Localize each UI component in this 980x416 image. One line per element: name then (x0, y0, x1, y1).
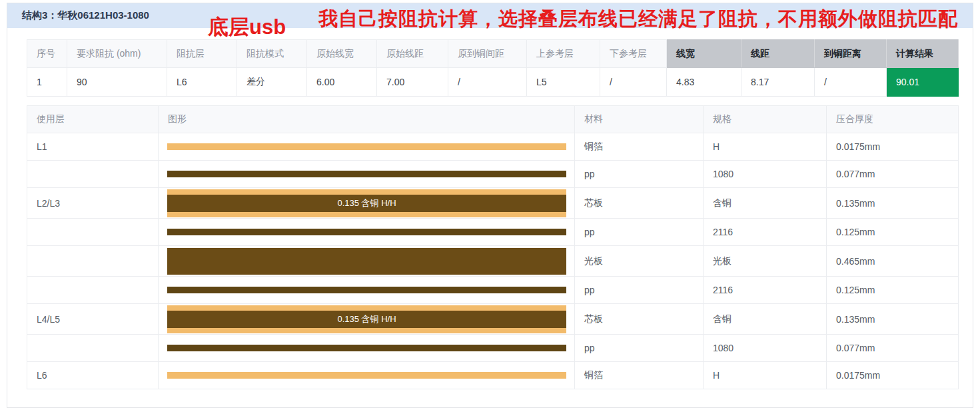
thickness-cell: 0.465mm (827, 246, 959, 277)
layer-name-cell: L1 (27, 133, 159, 161)
col-upper-ref-layer: 上参考层 (527, 40, 600, 68)
col-original-width: 原始线宽 (307, 40, 377, 68)
col-calc-result: 计算结果 (887, 40, 959, 68)
material-cell: pp (575, 219, 704, 246)
thickness-cell: 0.125mm (827, 219, 959, 246)
layer-bar (167, 248, 566, 275)
layer-bar (167, 345, 566, 351)
annotation-impedance-note: 我自己按阻抗计算，选择叠层布线已经满足了阻抗，不用额外做阻抗匹配 (318, 6, 958, 33)
core-body (167, 372, 566, 379)
material-cell: 铜箔 (575, 362, 704, 389)
layer-graphic-cell (159, 246, 575, 277)
core-body (167, 143, 566, 150)
stackup-table: 使用层 图形 材料 规格 压合厚度 L1 铜箔 H 0.0175mm (27, 105, 959, 389)
col-seq: 序号 (27, 40, 67, 68)
col-lower-ref-layer: 下参考层 (600, 40, 667, 68)
core-body (167, 287, 566, 293)
layer-bar (167, 372, 566, 379)
stackup-row: 光板 光板 0.465mm (27, 246, 959, 277)
stackup-header-row: 使用层 图形 材料 规格 压合厚度 (27, 106, 959, 133)
spec-cell: 2116 (704, 277, 827, 304)
material-cell: 铜箔 (575, 133, 704, 161)
original-width-cell: 6.00 (307, 68, 377, 97)
annotation-bottom-usb: 底层usb (208, 13, 286, 41)
thickness-cell: 0.125mm (827, 277, 959, 304)
layer-name-cell: L2/L3 (27, 188, 159, 219)
col-line-width: 线宽 (667, 40, 741, 68)
line-spacing-cell: 8.17 (741, 68, 815, 97)
thickness-cell: 0.135mm (827, 188, 959, 219)
original-copper-gap-cell: / (448, 68, 527, 97)
impedance-header-row: 序号 要求阻抗 (ohm) 阻抗层 阻抗模式 原始线宽 原始线距 原到铜间距 上… (27, 40, 959, 68)
stackup-row: pp 2116 0.125mm (27, 277, 959, 304)
thickness-cell: 0.077mm (827, 161, 959, 188)
required-impedance-cell: 90 (67, 68, 167, 97)
col-used-layer: 使用层 (27, 106, 159, 133)
result-cell: 90.01 (887, 68, 959, 97)
core-body: 0.135 含铜 H/H (167, 311, 566, 328)
layer-name-cell (27, 246, 159, 277)
core-body (167, 171, 566, 177)
layer-name-cell (27, 161, 159, 188)
copper-strip-bottom (167, 328, 566, 333)
spec-cell: 2116 (704, 219, 827, 246)
col-press-thickness: 压合厚度 (827, 106, 959, 133)
spec-cell: 光板 (704, 246, 827, 277)
stackup-row: L6 铜箔 H 0.0175mm (27, 362, 959, 389)
layer-name-cell: L6 (27, 362, 159, 389)
impedance-table: 序号 要求阻抗 (ohm) 阻抗层 阻抗模式 原始线宽 原始线距 原到铜间距 上… (27, 39, 959, 97)
material-cell: pp (575, 277, 704, 304)
stackup-tbody: L1 铜箔 H 0.0175mm pp 1080 (27, 133, 959, 389)
col-line-spacing: 线距 (741, 40, 815, 68)
thickness-cell: 0.135mm (827, 304, 959, 335)
col-material: 材料 (575, 106, 704, 133)
layer-name-cell (27, 335, 159, 362)
upper-ref-layer-cell: L5 (527, 68, 600, 97)
layer-graphic-cell (159, 362, 575, 389)
layer-graphic-cell (159, 277, 575, 304)
copper-strip-top (167, 189, 566, 195)
original-spacing-cell: 7.00 (377, 68, 448, 97)
layer-graphic-cell: 0.135 含铜 H/H (159, 304, 575, 335)
layer-graphic-cell (159, 335, 575, 362)
thickness-cell: 0.0175mm (827, 133, 959, 161)
copper-distance-cell: / (815, 68, 887, 97)
impedance-mode-cell: 差分 (237, 68, 307, 97)
col-impedance-layer: 阻抗层 (167, 40, 237, 68)
stackup-card: 结构3：华秋06121H03-1080 序号 要求阻抗 (ohm) 阻抗层 阻抗… (7, 3, 973, 408)
spec-cell: 1080 (704, 161, 827, 188)
spec-cell: 含铜 (704, 188, 827, 219)
col-copper-distance: 到铜距离 (815, 40, 887, 68)
layer-graphic-cell (159, 161, 575, 188)
seq-cell: 1 (27, 68, 67, 97)
layer-bar (167, 171, 566, 177)
impedance-layer-cell: L6 (167, 68, 237, 97)
impedance-data-row: 1 90 L6 差分 6.00 7.00 / L5 / 4.83 8.17 / … (27, 68, 959, 97)
copper-strip-top (167, 305, 566, 311)
core-body (167, 248, 566, 275)
material-cell: 芯板 (575, 304, 704, 335)
copper-strip-bottom (167, 212, 566, 217)
layer-bar: 0.135 含铜 H/H (167, 305, 566, 333)
layer-graphic-cell: 0.135 含铜 H/H (159, 188, 575, 219)
thickness-cell: 0.077mm (827, 335, 959, 362)
line-width-cell: 4.83 (667, 68, 741, 97)
layer-graphic-cell (159, 133, 575, 161)
lower-ref-layer-cell: / (600, 68, 667, 97)
structure-title: 结构3：华秋06121H03-1080 (22, 9, 149, 22)
spec-cell: 1080 (704, 335, 827, 362)
layer-name-cell: L4/L5 (27, 304, 159, 335)
material-cell: pp (575, 161, 704, 188)
material-cell: 光板 (575, 246, 704, 277)
core-body: 0.135 含铜 H/H (167, 195, 566, 212)
layer-bar (167, 229, 566, 235)
col-impedance-mode: 阻抗模式 (237, 40, 307, 68)
bar-label: 0.135 含铜 H/H (337, 197, 396, 209)
layer-bar (167, 287, 566, 293)
layer-name-cell (27, 219, 159, 246)
spec-cell: H (704, 133, 827, 161)
bar-label: 0.135 含铜 H/H (337, 313, 396, 325)
stackup-row: pp 1080 0.077mm (27, 161, 959, 188)
material-cell: 芯板 (575, 188, 704, 219)
spec-cell: H (704, 362, 827, 389)
